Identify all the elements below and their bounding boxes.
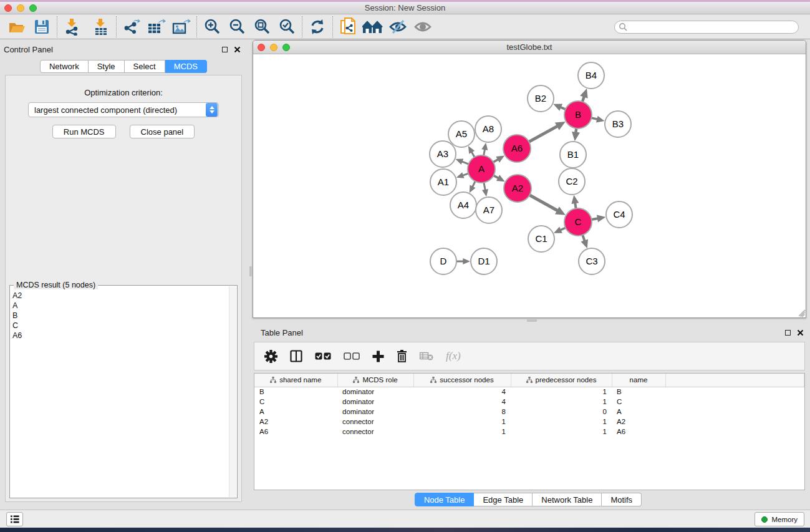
minimize-window-button[interactable] bbox=[17, 4, 24, 12]
table-row[interactable]: Adominator80A bbox=[254, 407, 804, 417]
edge-B-B3[interactable] bbox=[591, 118, 597, 119]
edge-arrowhead bbox=[581, 239, 588, 248]
criterion-dropdown[interactable]: largest connected component (directed) bbox=[28, 102, 219, 117]
edge-B-B4[interactable] bbox=[582, 97, 584, 102]
node-table[interactable]: shared nameMCDS rolesuccessor nodesprede… bbox=[254, 373, 805, 490]
zoom-in-button[interactable] bbox=[201, 17, 223, 37]
float-panel-icon[interactable] bbox=[222, 47, 228, 52]
mcds-result-item[interactable]: B bbox=[12, 311, 237, 321]
edge-A-A4[interactable] bbox=[473, 181, 476, 187]
column-pane-icon[interactable] bbox=[290, 350, 302, 362]
edge-C-C4[interactable] bbox=[592, 218, 598, 220]
edge-C-C1[interactable] bbox=[561, 228, 566, 230]
task-history-button[interactable] bbox=[6, 512, 23, 526]
edge-A-A2[interactable] bbox=[493, 175, 498, 178]
graph-node-label: A4 bbox=[458, 200, 469, 210]
memory-button[interactable]: Memory bbox=[755, 512, 804, 526]
resize-grip[interactable] bbox=[797, 309, 805, 317]
tab-mcds[interactable]: MCDS bbox=[165, 60, 207, 73]
close-table-panel-icon[interactable] bbox=[797, 329, 804, 336]
zoom-out-button[interactable] bbox=[226, 17, 248, 37]
import-table-icon bbox=[92, 18, 110, 36]
network-window-titlebar[interactable]: testGlobe.txt bbox=[253, 41, 806, 54]
tab-node-table[interactable]: Node Table bbox=[415, 493, 475, 506]
edge-C-C3[interactable] bbox=[582, 235, 584, 241]
node-table-header[interactable]: shared nameMCDS rolesuccessor nodesprede… bbox=[254, 374, 804, 387]
close-window-button[interactable] bbox=[4, 4, 12, 12]
mcds-result-item[interactable]: C bbox=[12, 321, 237, 331]
graph-node-label: C2 bbox=[566, 176, 577, 186]
result-scrollbar[interactable] bbox=[229, 286, 236, 497]
edge-A-A8[interactable] bbox=[484, 149, 485, 155]
show-all-button[interactable] bbox=[412, 17, 433, 37]
edge-A-A5[interactable] bbox=[471, 152, 475, 157]
graph-node-label: A6 bbox=[511, 143, 523, 153]
column-header-shared-name[interactable]: shared name bbox=[254, 374, 337, 387]
edge-A-A3[interactable] bbox=[461, 162, 468, 164]
splitter-handle-bottom[interactable] bbox=[527, 319, 537, 322]
edge-A2-C[interactable] bbox=[529, 195, 557, 211]
tab-select[interactable]: Select bbox=[125, 60, 165, 73]
edge-B-B1[interactable] bbox=[576, 128, 576, 133]
close-panel-button[interactable]: Close panel bbox=[130, 125, 195, 138]
column-header-name[interactable]: name bbox=[612, 374, 665, 387]
table-row[interactable]: Cdominator41C bbox=[254, 397, 804, 407]
splitter-handle-left[interactable] bbox=[249, 266, 252, 276]
edge-C-C2[interactable] bbox=[575, 203, 576, 208]
export-network-button[interactable] bbox=[121, 17, 142, 37]
close-panel-icon[interactable] bbox=[234, 46, 241, 53]
export-network-icon bbox=[122, 18, 141, 36]
import-table-button[interactable] bbox=[90, 17, 112, 37]
mcds-result-item[interactable]: A bbox=[12, 301, 237, 311]
function-builder-icon[interactable]: f(x) bbox=[446, 350, 461, 362]
hide-columns-icon[interactable] bbox=[344, 352, 360, 360]
minimize-network-window-button[interactable] bbox=[270, 44, 277, 51]
node-table-body: Bdominator41BCdominator41CAdominator80AA… bbox=[254, 387, 804, 437]
table-row[interactable]: A6connector11A6 bbox=[254, 427, 804, 437]
search-field[interactable] bbox=[614, 21, 799, 34]
edge-A-A1[interactable] bbox=[463, 173, 468, 175]
hide-selected-button[interactable] bbox=[387, 17, 408, 37]
open-session-button[interactable] bbox=[6, 17, 27, 37]
network-column-icon bbox=[430, 377, 436, 383]
first-neighbors-button[interactable] bbox=[362, 17, 383, 37]
table-row[interactable]: Bdominator41B bbox=[254, 387, 804, 397]
zoom-fit-button[interactable] bbox=[251, 17, 272, 37]
tab-motifs[interactable]: Motifs bbox=[602, 493, 642, 506]
export-table-button[interactable] bbox=[146, 17, 167, 37]
network-graph[interactable]: AA1A2A3A4A5A6A7A8BB1B2B3B4CC1C2C3C4DD1 bbox=[253, 54, 805, 317]
edge-B-B2[interactable] bbox=[561, 107, 566, 109]
tab-network[interactable]: Network bbox=[40, 60, 89, 73]
export-image-button[interactable] bbox=[171, 17, 192, 37]
save-session-button[interactable] bbox=[31, 17, 52, 37]
zoom-network-window-button[interactable] bbox=[282, 44, 290, 51]
column-header-predecessor-nodes[interactable]: predecessor nodes bbox=[511, 374, 612, 387]
zoom-selected-button[interactable] bbox=[276, 17, 297, 37]
show-columns-icon[interactable] bbox=[315, 352, 331, 360]
table-row[interactable]: A2connector11A2 bbox=[254, 417, 804, 427]
column-header-MCDS-role[interactable]: MCDS role bbox=[337, 374, 413, 387]
add-column-icon[interactable] bbox=[372, 351, 384, 362]
search-input[interactable] bbox=[627, 22, 798, 32]
edge-A-A7[interactable] bbox=[484, 183, 485, 190]
close-network-window-button[interactable] bbox=[258, 44, 265, 51]
zoom-window-button[interactable] bbox=[29, 4, 37, 12]
settings-gear-icon[interactable] bbox=[264, 350, 277, 363]
new-network-from-selection-button[interactable] bbox=[337, 17, 359, 37]
home-neighbors-icon bbox=[362, 19, 383, 34]
import-network-button[interactable] bbox=[62, 17, 83, 37]
mcds-result-item[interactable]: A6 bbox=[12, 331, 237, 341]
edge-A6-B[interactable] bbox=[529, 126, 557, 142]
edge-A-A6[interactable] bbox=[493, 159, 498, 162]
apply-layout-button[interactable] bbox=[307, 17, 328, 37]
delete-table-icon[interactable] bbox=[420, 352, 433, 360]
tab-network-table[interactable]: Network Table bbox=[533, 493, 602, 506]
run-mcds-button[interactable]: Run MCDS bbox=[52, 125, 116, 138]
tab-edge-table[interactable]: Edge Table bbox=[474, 493, 533, 506]
tab-style[interactable]: Style bbox=[89, 60, 125, 73]
mcds-result-item[interactable]: A2 bbox=[12, 291, 237, 301]
delete-column-icon[interactable] bbox=[397, 350, 407, 362]
float-table-panel-icon[interactable] bbox=[785, 330, 791, 336]
column-header-successor-nodes[interactable]: successor nodes bbox=[413, 374, 511, 387]
network-canvas[interactable]: AA1A2A3A4A5A6A7A8BB1B2B3B4CC1C2C3C4DD1 bbox=[253, 54, 806, 317]
